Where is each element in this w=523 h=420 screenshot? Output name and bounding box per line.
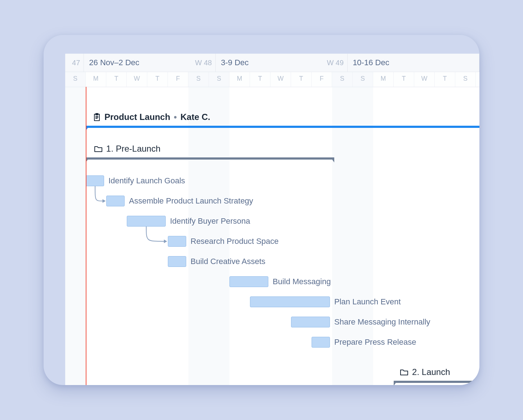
timeline-week-cell[interactable]: 3-9 DecW 49 [216, 54, 348, 72]
task-row[interactable]: Identify Launch Goals [65, 175, 479, 188]
timeline-day-cell[interactable]: T [147, 72, 168, 87]
timeline-day-cell[interactable]: M [229, 72, 250, 87]
folder-label[interactable]: 2. Launch [400, 367, 450, 377]
timeline-header: 4726 Nov–2 DecW 483-9 DecW 4910-16 Dec S… [65, 54, 479, 87]
task-row[interactable]: Identify Buyer Persona [65, 216, 479, 229]
separator-dot: • [174, 112, 177, 122]
project-label[interactable]: Product Launch • Kate C. [93, 112, 210, 122]
task-label: Share Messaging Internally [334, 317, 430, 327]
folder-row[interactable]: 2. Launch [65, 367, 479, 385]
gantt-panel: 4726 Nov–2 DecW 483-9 DecW 4910-16 Dec S… [65, 54, 479, 385]
timeline-weeks-row: 4726 Nov–2 DecW 483-9 DecW 4910-16 Dec [65, 54, 479, 72]
task-bar[interactable] [106, 196, 125, 206]
timeline-day-cell[interactable]: F [312, 72, 332, 87]
timeline-day-cell[interactable]: T [394, 72, 414, 87]
timeline-day-cell[interactable]: S [188, 72, 209, 87]
timeline-day-cell[interactable]: S [455, 72, 476, 87]
week-number-label: 47 [72, 59, 80, 67]
timeline-days-row: SMTWTFSSMTWTFSSMTWTS [65, 72, 479, 87]
today-indicator [86, 87, 86, 385]
task-label: Research Product Space [191, 237, 279, 246]
task-row[interactable]: Prepare Press Release [65, 337, 479, 350]
task-bar[interactable] [127, 216, 166, 227]
folder-row[interactable]: 1. Pre-Launch [65, 144, 479, 163]
task-label: Prepare Press Release [334, 338, 416, 347]
timeline-day-cell[interactable]: T [435, 72, 455, 87]
timeline-body[interactable]: Product Launch • Kate C.1. Pre-LaunchIde… [65, 87, 479, 385]
task-row[interactable]: Share Messaging Internally [65, 317, 479, 330]
clipboard-icon [93, 113, 101, 121]
timeline-day-cell[interactable]: T [106, 72, 127, 87]
task-label: Assemble Product Launch Strategy [129, 196, 253, 206]
timeline-week-cell[interactable]: 47 [65, 54, 84, 72]
project-row[interactable]: Product Launch • Kate C. [65, 112, 479, 131]
project-title: Product Launch [104, 112, 170, 122]
task-bar[interactable] [312, 337, 330, 348]
timeline-day-cell[interactable]: S [332, 72, 353, 87]
task-label: Build Creative Assets [191, 257, 265, 266]
timeline-day-cell[interactable]: S [209, 72, 229, 87]
task-label: Build Messaging [273, 277, 331, 286]
task-bar[interactable] [250, 296, 330, 307]
task-bar[interactable] [168, 256, 186, 267]
timeline-day-cell[interactable]: F [168, 72, 188, 87]
task-row[interactable]: Build Creative Assets [65, 256, 479, 269]
project-owner: Kate C. [180, 112, 210, 122]
folder-bracket[interactable] [86, 157, 334, 162]
folder-icon [400, 368, 408, 376]
timeline-day-cell[interactable]: S [65, 72, 86, 87]
task-label: Identify Launch Goals [108, 176, 185, 186]
week-range-label: 3-9 Dec [216, 58, 249, 67]
folder-icon [94, 144, 103, 153]
timeline-day-cell[interactable]: T [250, 72, 271, 87]
folder-name: 2. Launch [412, 367, 450, 377]
timeline-day-cell[interactable]: T [291, 72, 312, 87]
week-range-label: 10-16 Dec [348, 58, 389, 67]
folder-bracket[interactable] [394, 381, 479, 385]
week-range-label: 26 Nov–2 Dec [84, 58, 139, 67]
task-bar[interactable] [291, 317, 330, 327]
card-frame: 4726 Nov–2 DecW 483-9 DecW 4910-16 Dec S… [44, 35, 479, 385]
week-number-label: W 49 [327, 59, 344, 67]
timeline-day-cell[interactable]: W [127, 72, 147, 87]
task-bar[interactable] [86, 175, 104, 186]
week-number-label: W 48 [195, 59, 212, 67]
timeline-week-cell[interactable]: 10-16 Dec [348, 54, 479, 72]
timeline-day-cell[interactable]: M [373, 72, 394, 87]
task-row[interactable]: Research Product Space [65, 236, 479, 249]
task-row[interactable]: Assemble Product Launch Strategy [65, 196, 479, 209]
timeline-day-cell[interactable]: S [353, 72, 373, 87]
folder-label[interactable]: 1. Pre-Launch [94, 144, 161, 154]
task-label: Plan Launch Event [334, 297, 401, 307]
project-bracket[interactable] [86, 126, 479, 131]
gantt-rows: Product Launch • Kate C.1. Pre-LaunchIde… [65, 105, 479, 385]
timeline-week-cell[interactable]: 26 Nov–2 DecW 48 [84, 54, 216, 72]
timeline-day-cell[interactable]: W [414, 72, 435, 87]
task-row[interactable]: Build Messaging [65, 276, 479, 289]
timeline-day-cell[interactable]: M [86, 72, 106, 87]
task-bar[interactable] [168, 236, 186, 247]
timeline-day-cell[interactable]: W [271, 72, 291, 87]
folder-name: 1. Pre-Launch [106, 144, 161, 154]
task-label: Identify Buyer Persona [170, 216, 250, 226]
task-row[interactable]: Plan Launch Event [65, 296, 479, 309]
task-bar[interactable] [229, 276, 268, 287]
